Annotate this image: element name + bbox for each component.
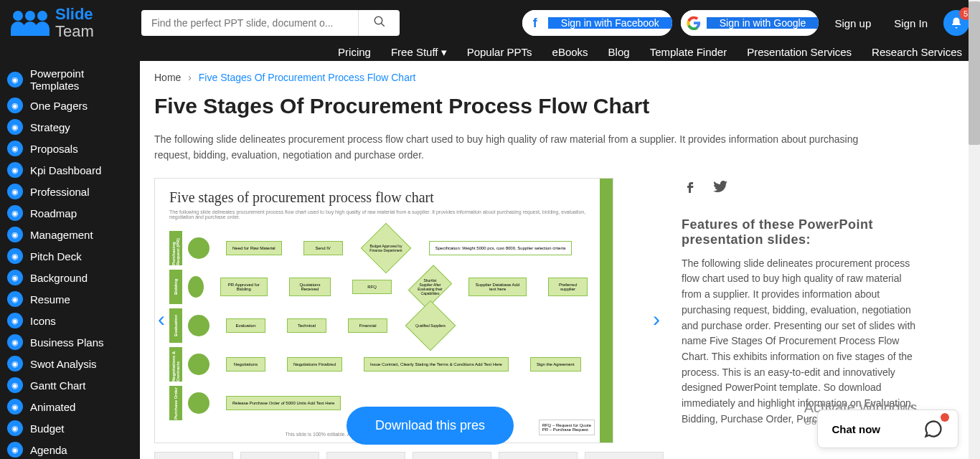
stage-icon bbox=[188, 392, 209, 414]
flow-box: Financial bbox=[348, 318, 387, 333]
flow-box: Sign the Agreement bbox=[530, 357, 581, 372]
stage-label: Evaluation bbox=[169, 308, 182, 343]
page-title: Five Stages Of Procurement Process Flow … bbox=[154, 94, 966, 118]
sidebar-item[interactable]: ◉Business Plans bbox=[0, 331, 140, 353]
flow-box: PR Approved for Bidding bbox=[220, 278, 268, 296]
sidebar-icon: ◉ bbox=[7, 420, 23, 436]
sidebar-label: Swot Analysis bbox=[30, 358, 97, 370]
nav-item[interactable]: eBooks bbox=[552, 46, 588, 59]
stage-label: Negotiations & Contracts bbox=[169, 347, 182, 382]
stage-label: Purchasing Request (PR) bbox=[169, 231, 182, 265]
scrollbar[interactable] bbox=[969, 0, 980, 459]
sidebar-item[interactable]: ◉Proposals bbox=[0, 138, 140, 159]
google-signin-button[interactable]: Sign in with Google bbox=[681, 10, 819, 36]
sidebar-item[interactable]: ◉Kpi Dashboard bbox=[0, 159, 140, 181]
flow-box: Need for Raw Material bbox=[226, 241, 282, 255]
signup-link[interactable]: Sign up bbox=[834, 17, 871, 29]
flow-diamond: Qualified Suppliers bbox=[405, 300, 456, 351]
sidebar-item[interactable]: ◉Management bbox=[0, 224, 140, 245]
sidebar-icon: ◉ bbox=[7, 442, 23, 458]
sidebar-icon: ◉ bbox=[7, 98, 23, 113]
nav-item[interactable]: Research Services bbox=[872, 46, 962, 59]
breadcrumb-home[interactable]: Home bbox=[154, 72, 181, 83]
logo-line2: Team bbox=[55, 23, 94, 40]
sidebar-icon: ◉ bbox=[7, 141, 23, 156]
flow-box: Negotiations Finalized bbox=[287, 357, 342, 372]
download-button[interactable]: Download this pres bbox=[347, 407, 514, 445]
sidebar-icon: ◉ bbox=[7, 377, 23, 393]
sidebar-label: Business Plans bbox=[30, 336, 104, 349]
sidebar-label: Powerpoint Templates bbox=[30, 67, 133, 92]
prev-slide-button[interactable]: ‹ bbox=[158, 307, 165, 331]
stage-icon bbox=[188, 237, 209, 259]
sidebar-label: Background bbox=[30, 272, 88, 284]
scroll-thumb[interactable] bbox=[969, 1, 980, 145]
sidebar-label: Proposals bbox=[30, 143, 78, 155]
stage-icon bbox=[188, 315, 209, 336]
sidebar-icon: ◉ bbox=[7, 72, 23, 87]
sidebar-item[interactable]: ◉Gantt Chart bbox=[0, 374, 140, 396]
sidebar-item[interactable]: ◉Roadmap bbox=[0, 202, 140, 224]
chat-icon bbox=[923, 419, 943, 439]
sidebar-item[interactable]: ◉One Pagers bbox=[0, 95, 140, 116]
thumbnail[interactable] bbox=[499, 452, 578, 459]
flow-box: Supplier Database Add text here bbox=[468, 278, 527, 296]
sidebar-item[interactable]: ◉Strategy bbox=[0, 116, 140, 138]
notification-bell[interactable]: 5 bbox=[943, 10, 969, 36]
nav-item[interactable]: Free Stuff ▾ bbox=[391, 46, 447, 59]
sidebar-item[interactable]: ◉Pitch Deck bbox=[0, 245, 140, 267]
flow-spec: Specification: Weight 5000 pcs, cost 800… bbox=[429, 241, 573, 255]
sidebar-icon: ◉ bbox=[7, 291, 23, 307]
flow-box: Issue Contract, Clearly Stating the Term… bbox=[364, 357, 509, 372]
thumbnail[interactable] bbox=[154, 452, 233, 459]
search-input[interactable] bbox=[141, 10, 358, 36]
sidebar-label: Budget bbox=[30, 422, 65, 435]
sidebar-icon: ◉ bbox=[7, 205, 23, 221]
chat-widget[interactable]: Chat now bbox=[817, 410, 959, 448]
flow-box: Release Purchase Order of 5000 Units Add… bbox=[226, 396, 341, 410]
search-button[interactable] bbox=[358, 10, 400, 36]
sidebar-item[interactable]: ◉Swot Analysis bbox=[0, 353, 140, 374]
nav-item[interactable]: Presentation Services bbox=[747, 46, 852, 59]
header: Slide Team f Sign in with Facebook Sign … bbox=[0, 0, 980, 61]
flow-stage: BiddingPR Approved for BiddingQuotations… bbox=[169, 269, 598, 305]
flow-box: Quotations Received bbox=[289, 278, 331, 296]
thumbnail[interactable] bbox=[585, 452, 664, 459]
sidebar-icon: ◉ bbox=[7, 270, 23, 285]
sidebar-item[interactable]: ◉Professional bbox=[0, 181, 140, 202]
flow-stage: Purchasing Request (PR)Need for Raw Mate… bbox=[169, 230, 598, 266]
sidebar-item[interactable]: ◉Agenda bbox=[0, 439, 140, 459]
flow-box: Negotiations bbox=[226, 357, 265, 372]
slide-legend: RFQ – Request for Quote PR – Purchase Re… bbox=[539, 420, 595, 435]
slide-preview[interactable]: Five stages of procurement process flow … bbox=[154, 178, 613, 443]
nav-item[interactable]: Pricing bbox=[338, 46, 371, 59]
sidebar-label: Management bbox=[30, 229, 93, 241]
sidebar-item[interactable]: ◉Powerpoint Templates bbox=[0, 65, 140, 95]
sidebar-item[interactable]: ◉Budget bbox=[0, 417, 140, 439]
breadcrumb-current[interactable]: Five Stages Of Procurement Process Flow … bbox=[199, 72, 416, 83]
thumbnail[interactable] bbox=[326, 452, 405, 459]
sidebar-item[interactable]: ◉Animated bbox=[0, 396, 140, 417]
thumbnail[interactable] bbox=[240, 452, 319, 459]
share-facebook-icon[interactable] bbox=[682, 178, 699, 199]
share-twitter-icon[interactable] bbox=[712, 178, 729, 199]
nav-item[interactable]: Blog bbox=[608, 46, 630, 59]
logo[interactable]: Slide Team bbox=[11, 6, 133, 40]
facebook-signin-button[interactable]: f Sign in with Facebook bbox=[522, 10, 672, 36]
thumbnail[interactable] bbox=[413, 452, 491, 459]
next-slide-button[interactable]: › bbox=[653, 307, 660, 331]
svg-point-0 bbox=[374, 16, 382, 24]
sidebar-icon: ◉ bbox=[7, 399, 23, 415]
thumbnails bbox=[154, 452, 664, 459]
sidebar-item[interactable]: ◉Icons bbox=[0, 310, 140, 331]
sidebar-icon: ◉ bbox=[7, 248, 23, 264]
sidebar-item[interactable]: ◉Resume bbox=[0, 288, 140, 310]
sidebar-label: Strategy bbox=[30, 121, 70, 133]
sidebar-item[interactable]: ◉Background bbox=[0, 267, 140, 288]
flow-box: RFQ bbox=[352, 280, 392, 294]
nav-item[interactable]: Popular PPTs bbox=[467, 46, 532, 59]
signin-link[interactable]: Sign In bbox=[894, 17, 928, 29]
flow-stage: Negotiations & ContractsNegotiationsNego… bbox=[169, 346, 598, 382]
nav-item[interactable]: Template Finder bbox=[650, 46, 727, 59]
sidebar-icon: ◉ bbox=[7, 334, 23, 350]
